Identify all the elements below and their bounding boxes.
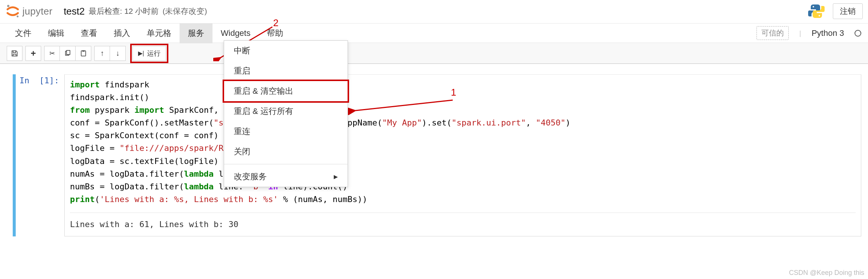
arrow-up-icon: ↑	[100, 49, 104, 58]
menu-view[interactable]: 查看	[73, 23, 106, 43]
toolbar: + ✂ ↑ ↓ ▶| 运行 ⌄	[0, 43, 868, 64]
annotation-arrow-1	[344, 96, 464, 115]
jupyter-logo-text: jupyter	[22, 6, 52, 17]
kernel-reconnect[interactable]: 重连	[224, 121, 348, 142]
python-icon	[808, 3, 825, 19]
paste-button[interactable]	[76, 46, 91, 61]
notebook-title[interactable]: test2	[64, 6, 85, 17]
jupyter-logo[interactable]: jupyter	[5, 4, 52, 19]
cut-button[interactable]: ✂	[44, 46, 60, 61]
scissors-icon: ✂	[49, 49, 55, 58]
kernel-restart-run-all[interactable]: 重启 & 运行所有	[224, 101, 348, 121]
kernel-menu-dropdown: 中断 重启 重启 & 清空输出 重启 & 运行所有 重连 关闭 改变服务 ▸	[224, 40, 348, 187]
move-up-button[interactable]: ↑	[94, 46, 110, 61]
input-prompt: In [1]:	[19, 74, 64, 236]
run-button[interactable]: ▶| 运行	[132, 46, 166, 61]
kernel-shutdown[interactable]: 关闭	[224, 142, 348, 162]
kernel-name[interactable]: Python 3	[812, 28, 844, 38]
svg-point-0	[7, 5, 9, 7]
save-icon	[11, 50, 18, 57]
last-checkpoint: 最后检查: 12 小时前	[89, 6, 159, 16]
menu-kernel[interactable]: 服务	[180, 23, 213, 43]
arrow-down-icon: ↓	[116, 49, 120, 58]
paste-icon	[80, 50, 87, 57]
menubar: 文件 编辑 查看 插入 单元格 服务 Widgets 帮助 可信的 | Pyth…	[0, 24, 868, 43]
run-icon: ▶|	[138, 50, 144, 57]
kernel-restart[interactable]: 重启	[224, 61, 348, 81]
plus-icon: +	[31, 48, 36, 59]
copy-icon	[64, 50, 71, 57]
save-button[interactable]	[7, 46, 22, 61]
trusted-indicator[interactable]: 可信的	[757, 26, 789, 40]
add-cell-button[interactable]: +	[25, 46, 41, 61]
chevron-right-icon: ▸	[334, 172, 338, 182]
annotation-label-2: 2	[273, 17, 278, 29]
kernel-change-label: 改变服务	[234, 171, 267, 182]
annotation-label-1: 1	[451, 87, 456, 98]
svg-point-1	[17, 16, 19, 18]
move-down-button[interactable]: ↓	[110, 46, 126, 61]
svg-point-3	[819, 15, 820, 16]
cell-selected-indicator	[13, 74, 16, 236]
cell-output: Lines with a: 61, Lines with b: 30	[70, 213, 856, 231]
header-bar: jupyter test2 最后检查: 12 小时前 (未保存改变) 注销	[0, 0, 868, 24]
svg-rect-6	[81, 51, 86, 56]
svg-rect-7	[82, 50, 85, 52]
watermark: CSDN @Keep Doing this	[789, 269, 864, 277]
menu-file[interactable]: 文件	[7, 23, 40, 43]
kernel-change[interactable]: 改变服务 ▸	[224, 167, 348, 187]
kernel-status-icon	[855, 30, 861, 37]
copy-button[interactable]	[60, 46, 76, 61]
kernel-restart-clear[interactable]: 重启 & 清空输出	[223, 80, 349, 103]
svg-point-2	[813, 6, 814, 7]
kernel-interrupt[interactable]: 中断	[224, 41, 348, 61]
unsaved-indicator: (未保存改变)	[162, 6, 207, 16]
menu-separator	[224, 164, 348, 164]
menu-insert[interactable]: 插入	[106, 23, 138, 43]
logout-button[interactable]: 注销	[833, 3, 863, 19]
menu-cell[interactable]: 单元格	[138, 23, 180, 43]
menu-edit[interactable]: 编辑	[40, 23, 73, 43]
jupyter-icon	[5, 4, 20, 19]
notebook-area: In [1]: import findspark findspark.init(…	[0, 64, 868, 243]
svg-line-14	[355, 100, 453, 111]
run-label: 运行	[147, 49, 161, 58]
svg-rect-5	[67, 50, 70, 55]
